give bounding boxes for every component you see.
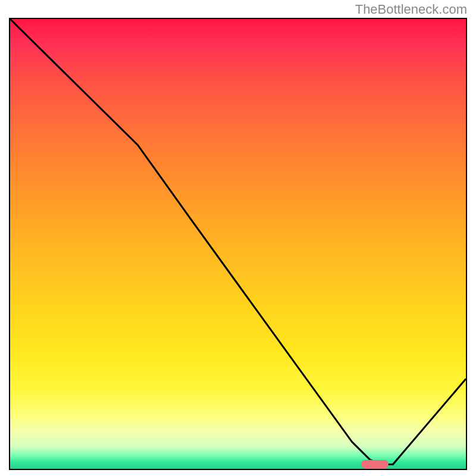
chart-curve-svg bbox=[10, 19, 466, 469]
bottleneck-curve bbox=[10, 19, 466, 464]
chart-plot-area bbox=[9, 18, 467, 470]
optimal-point-marker bbox=[361, 460, 389, 468]
chart-container: TheBottleneck.com bbox=[0, 0, 476, 476]
attribution-label: TheBottleneck.com bbox=[355, 2, 467, 17]
